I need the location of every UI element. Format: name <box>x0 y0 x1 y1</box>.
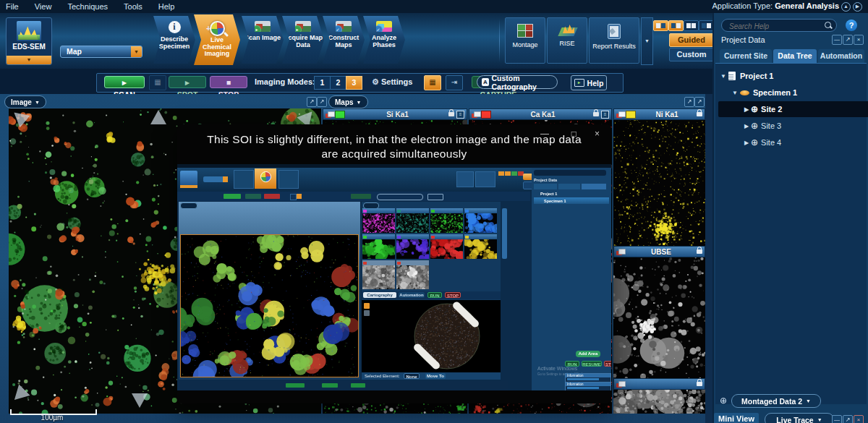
rise-button[interactable]: RISE <box>547 17 587 64</box>
tree-item-site4[interactable]: ▶⊕Site 4 <box>715 134 868 150</box>
search-help-box[interactable] <box>721 19 837 32</box>
collapse-ribbon-icon[interactable]: ▲ <box>841 2 851 12</box>
color-swatch[interactable] <box>335 111 345 119</box>
step-scan-image[interactable]: ▸ Scan Image <box>242 16 284 64</box>
next-icon[interactable]: ▶ <box>853 2 862 12</box>
color-swatch[interactable] <box>626 111 636 119</box>
imaging-mode-3[interactable]: 3 <box>346 76 362 90</box>
spot-button[interactable]: ► SPOT <box>169 76 206 88</box>
tutorial-popup-window[interactable]: — □ × This SOI is slightly different, in… <box>177 124 611 403</box>
custom-button[interactable]: Custom <box>669 48 714 61</box>
lock-icon[interactable] <box>593 112 599 116</box>
popout-icon[interactable]: ↗ <box>307 97 317 107</box>
lock-icon[interactable] <box>697 382 702 386</box>
close-icon[interactable]: × <box>854 35 864 45</box>
search-icon[interactable] <box>825 22 831 28</box>
report-results-icon <box>608 24 621 39</box>
expander-icon[interactable]: ▼ <box>720 73 727 80</box>
montage-crosshair-icon[interactable]: ⊕ <box>720 396 727 406</box>
technique-dropdown[interactable]: Map▼ <box>60 46 142 58</box>
minimize-icon[interactable]: — <box>540 129 549 139</box>
maximize-icon[interactable]: □ <box>571 129 576 139</box>
se-map-viewport[interactable] <box>613 388 705 414</box>
scan-button[interactable]: ► SCAN <box>104 76 145 88</box>
map-tile-header-ca[interactable]: Ca Ka1 ≡ <box>469 108 612 120</box>
popout-icon[interactable]: ↗ <box>684 97 694 107</box>
mini-view-tab[interactable]: Mini View <box>714 413 759 423</box>
mini-step <box>234 170 254 189</box>
restore-icon[interactable]: ↗ <box>843 415 853 423</box>
grid-icon-button[interactable]: ▦ <box>149 75 166 90</box>
montage-button[interactable]: Montage <box>505 17 545 64</box>
tree-item-site2[interactable]: ▶⊕Site 2 <box>718 101 868 117</box>
minimize-icon[interactable]: — <box>832 35 842 45</box>
cartography-a-icon: A <box>482 78 489 86</box>
ni-map-viewport[interactable] <box>613 120 705 246</box>
tab-current-site[interactable]: Current Site <box>720 49 772 63</box>
step-live-chemical-imaging[interactable]: + Live Chemical Imaging <box>194 14 240 65</box>
menu-techniques[interactable]: Techniques <box>67 2 108 11</box>
tree-item-project[interactable]: ▼Project 1 <box>715 68 868 84</box>
report-results-dropdown[interactable]: ▼ <box>641 17 653 65</box>
tab-automation[interactable]: Automation <box>818 49 864 63</box>
expand-icon[interactable]: ↗ <box>317 97 327 107</box>
menubar: File View Techniques Tools Help Applicat… <box>0 0 868 13</box>
export-view-icon-button[interactable]: ⇥ <box>446 75 463 90</box>
menu-tools[interactable]: Tools <box>124 2 142 11</box>
map-tile-header-ubse[interactable]: UBSE <box>613 246 705 257</box>
imaging-mode-2[interactable]: 2 <box>330 76 346 90</box>
map-tile-header-ni[interactable]: Ni Ka1 <box>613 108 705 120</box>
expander-icon[interactable]: ▶ <box>743 123 750 129</box>
tree-item-specimen[interactable]: ▼Specimen 1 <box>715 85 868 101</box>
menu-help[interactable]: Help <box>158 2 175 11</box>
map-tile-header-si[interactable]: Si Ka1 ≡ <box>323 108 467 120</box>
step-acquire-map-data[interactable]: ▸ Acquire Map Data <box>282 16 324 64</box>
map-tile-header-next[interactable] <box>613 378 705 390</box>
guided-button[interactable]: Guided <box>669 33 714 47</box>
lock-icon[interactable] <box>448 112 454 116</box>
eds-sem-button[interactable]: EDS-SEM ▼ <box>6 17 52 65</box>
search-input[interactable] <box>728 20 817 32</box>
close-icon[interactable]: × <box>595 129 600 139</box>
ubse-map-viewport[interactable] <box>613 257 705 378</box>
scale-icon[interactable]: ≡ <box>456 111 464 119</box>
layers-icon <box>326 111 333 118</box>
lock-icon[interactable] <box>697 112 702 116</box>
chevron-down-icon[interactable]: ▼ <box>131 46 142 57</box>
step-analyze-phases[interactable]: ✓ Analyze Phases <box>363 16 405 64</box>
step-construct-maps[interactable]: ✓ Construct Maps <box>323 16 365 64</box>
maps-panel-dropdown[interactable]: Maps▼ <box>328 95 368 108</box>
expander-icon[interactable]: ▼ <box>731 90 739 96</box>
expander-icon[interactable]: ▶ <box>743 140 750 146</box>
montage-icon <box>517 24 533 38</box>
eds-sem-dropdown[interactable]: ▼ <box>7 56 51 64</box>
lock-icon[interactable] <box>697 249 702 254</box>
layout-toggle-4[interactable] <box>699 20 714 31</box>
image-panel-dropdown[interactable]: Image▼ <box>4 95 46 108</box>
menu-view[interactable]: View <box>35 2 52 11</box>
restore-icon[interactable]: ↗ <box>843 35 853 45</box>
report-results-button[interactable]: Report Results <box>589 17 639 64</box>
menu-file[interactable]: File <box>6 2 19 11</box>
layout-toggle-2[interactable] <box>668 20 684 31</box>
close-icon[interactable]: × <box>854 415 864 423</box>
layout-toggle-3[interactable] <box>684 20 699 31</box>
layout-toggle-1[interactable] <box>653 20 668 31</box>
tab-data-tree[interactable]: Data Tree <box>773 49 817 63</box>
settings-button[interactable]: ⚙ Settings <box>372 77 412 87</box>
help-badge[interactable]: ? <box>846 20 857 31</box>
live-trace-dropdown[interactable]: Live Trace▼ <box>765 413 834 423</box>
stop-button[interactable]: ■ STOP <box>210 76 247 88</box>
montaged-data-dropdown[interactable]: Montaged Data 2▼ <box>731 394 821 408</box>
minimize-icon[interactable]: — <box>832 415 842 423</box>
expander-icon[interactable]: ▶ <box>743 106 750 113</box>
imaging-mode-1[interactable]: 1 <box>314 76 331 90</box>
image-mode-icon-button[interactable]: ▦ <box>424 75 441 90</box>
color-swatch[interactable] <box>481 111 491 119</box>
expand-icon[interactable]: ↗ <box>694 97 705 107</box>
scale-icon[interactable]: ≡ <box>601 111 609 119</box>
tree-item-site3[interactable]: ▶⊕Site 3 <box>715 118 868 134</box>
step-describe-specimen[interactable]: i Describe Specimen <box>153 16 195 64</box>
custom-cartography-button[interactable]: ACustom Cartography <box>477 75 558 89</box>
help-button[interactable]: ▸Help <box>571 75 607 90</box>
